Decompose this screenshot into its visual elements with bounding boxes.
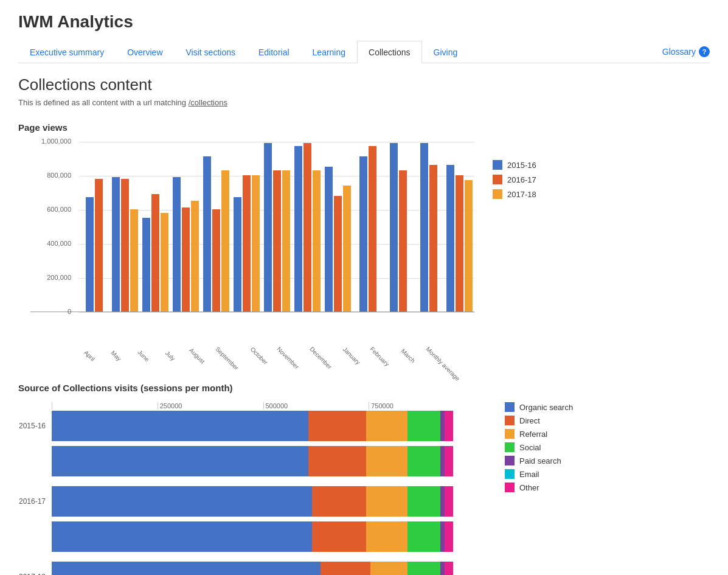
stacked-legend-item-2: Referral — [505, 429, 573, 439]
stacked-seg-1-other — [445, 486, 453, 517]
stacked-seg-2-other — [445, 562, 453, 575]
bar-legend-label-1: 2016-17 — [507, 175, 536, 184]
bar-12-0 — [446, 165, 454, 312]
x-label-2: June — [133, 346, 153, 366]
bar-legend-label-2: 2017-18 — [507, 190, 536, 199]
bar-chart: 1,000,000800,000600,000400,000200,0000 A… — [30, 142, 474, 352]
bar-group-2 — [140, 194, 170, 312]
bar-10-0 — [390, 143, 398, 312]
tab-giving[interactable]: Giving — [422, 41, 470, 63]
page-heading: Collections content — [18, 75, 710, 94]
stacked-seg2-1-other — [445, 521, 453, 552]
source-section: Source of Collections visits (sessions p… — [18, 383, 710, 575]
stacked-seg2-1-social — [407, 521, 440, 552]
stacked-legend-label-0: Organic search — [519, 403, 573, 412]
stacked-seg-1-direct — [312, 486, 366, 517]
stacked-seg2-1-paid — [440, 521, 445, 552]
col-label-1: 250000 — [158, 402, 263, 409]
source-title: Source of Collections visits (sessions p… — [18, 383, 710, 393]
bar-9-1 — [369, 146, 376, 312]
bar-group-12 — [444, 165, 474, 312]
stacked-seg-2-paid — [440, 562, 445, 575]
bar-5-1 — [243, 175, 251, 312]
bar-group-10 — [383, 143, 414, 312]
tab-editorial[interactable]: Editorial — [247, 41, 301, 63]
x-label-7: November — [276, 346, 300, 370]
stacked-legend-item-3: Social — [505, 442, 573, 452]
stacked-seg-2-organic — [52, 562, 321, 575]
stacked-legend-item-0: Organic search — [505, 402, 573, 412]
stacked-seg-1-paid — [440, 486, 445, 517]
bar-7-0 — [294, 146, 302, 312]
stacked-row-0: 2015-16 — [18, 411, 474, 441]
bar-group-6 — [262, 143, 292, 312]
x-label-4: August — [187, 346, 207, 366]
stacked-seg-0-direct — [308, 411, 366, 441]
stacked-legend-item-1: Direct — [505, 416, 573, 425]
x-label-0: April — [79, 346, 99, 366]
stacked-seg-2-referral — [370, 562, 407, 575]
app-title: IWM Analytics — [18, 12, 710, 32]
tab-collections[interactable]: Collections — [357, 41, 421, 63]
col-label-3: 750000 — [369, 402, 474, 409]
bar-chart-area: 1,000,000800,000600,000400,000200,0000 — [30, 142, 474, 312]
stacked-seg-0-social — [407, 411, 440, 441]
stacked-seg2-1-direct — [312, 521, 366, 552]
stacked-seg2-0-referral — [366, 446, 407, 476]
stacked-bars2-0 — [52, 446, 465, 476]
stacked-seg-0-other — [445, 411, 453, 441]
bar-7-1 — [303, 143, 311, 312]
stacked-chart-wrap: 250000 500000 750000 2015-162016-172017-… — [18, 402, 710, 575]
stacked-col-labels: 250000 500000 750000 — [52, 402, 474, 409]
bar-legend-item-2: 2017-18 — [493, 189, 536, 199]
stacked-seg2-0-organic — [52, 446, 308, 476]
x-label-11: March — [398, 346, 418, 366]
stacked-legend-color-1 — [505, 416, 515, 425]
x-label-5: September — [214, 346, 240, 371]
help-icon[interactable]: ? — [699, 46, 710, 57]
page-views-section: Page views 1,000,000800,000600,000400,00… — [18, 122, 710, 352]
col-label-0 — [52, 402, 158, 409]
tab-overview[interactable]: Overview — [116, 41, 174, 63]
stacked-legend-item-6: Other — [505, 483, 573, 492]
stacked-year-1: 2016-17 — [18, 497, 52, 506]
tab-learning[interactable]: Learning — [301, 41, 358, 63]
stacked-seg2-1-organic — [52, 521, 312, 552]
x-label-3: July — [160, 346, 180, 366]
stacked-row-1: 2016-17 — [18, 486, 474, 517]
bar-1-2 — [130, 209, 138, 312]
bar-group-7 — [292, 143, 322, 312]
bar-legend-item-1: 2016-17 — [493, 175, 536, 184]
col-label-2: 500000 — [263, 402, 369, 409]
stacked-legend-item-4: Paid search — [505, 456, 573, 465]
bar-2-0 — [142, 218, 150, 312]
stacked-seg-0-paid — [440, 411, 445, 441]
bar-4-0 — [203, 156, 211, 312]
tab-executive-summary[interactable]: Executive summary — [18, 41, 116, 63]
stacked-row-1-b — [18, 521, 474, 552]
bar-legend-color-0 — [493, 160, 502, 170]
bar-4-1 — [212, 209, 220, 312]
stacked-legend-label-2: Referral — [519, 430, 547, 439]
stacked-legend-label-5: Email — [519, 470, 539, 479]
y-label-1: 800,000 — [47, 172, 71, 179]
bar-legend-color-2 — [493, 189, 502, 199]
bar-3-1 — [182, 207, 190, 312]
nav-tabs: Executive summary Overview Visit section… — [18, 41, 710, 63]
bar-8-1 — [334, 196, 342, 312]
bar-6-2 — [282, 170, 290, 312]
y-label-2: 600,000 — [47, 206, 71, 213]
glossary-link[interactable]: Glossary — [662, 47, 696, 57]
x-axis-labels: AprilMayJuneJulyAugustSeptemberOctoberNo… — [30, 346, 474, 352]
stacked-bars-1 — [52, 486, 465, 517]
bar-10-1 — [399, 170, 407, 312]
bar-8-0 — [325, 167, 333, 312]
bar-9-0 — [359, 156, 367, 312]
stacked-seg2-0-social — [407, 446, 440, 476]
bar-chart-legend: 2015-162016-172017-18 — [493, 160, 536, 204]
stacked-legend-label-3: Social — [519, 443, 541, 452]
tab-visit-sections[interactable]: Visit sections — [175, 41, 247, 63]
bar-6-0 — [264, 143, 272, 312]
bar-1-0 — [112, 177, 120, 312]
stacked-row-0-b — [18, 446, 474, 476]
